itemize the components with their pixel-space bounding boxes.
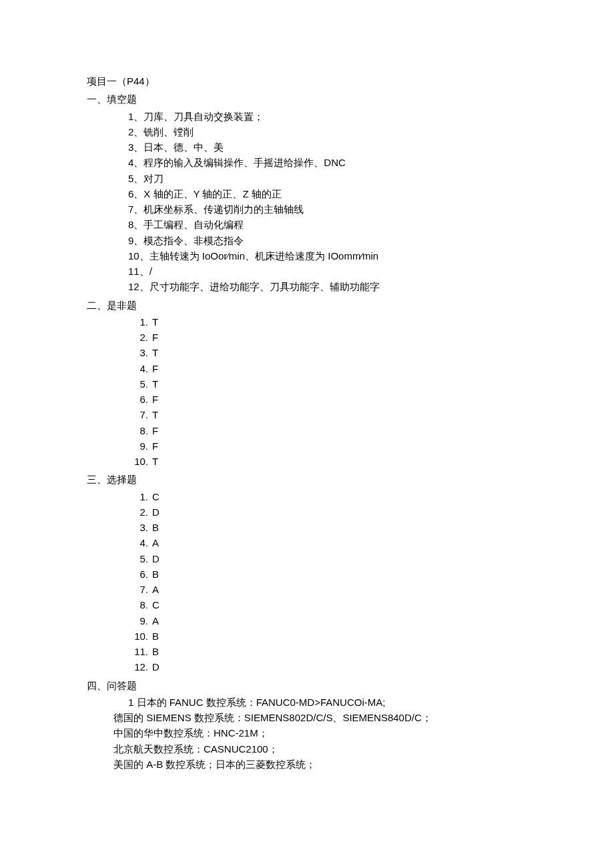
choice-row: 10.B xyxy=(128,628,527,644)
qa-line: 中国的华中数控系统：HNC-21M； xyxy=(87,725,527,741)
tf-row: 3.T xyxy=(128,345,527,360)
fill-item: 1、刀库、刀具自动交换装置； xyxy=(87,109,527,124)
tf-answer: F xyxy=(152,361,527,376)
fill-text: 铣削、镗削 xyxy=(143,126,194,137)
choice-answer: A xyxy=(152,582,527,597)
fill-text: 对刀 xyxy=(143,173,164,184)
project-heading: 项目一（P44） xyxy=(87,73,527,89)
fill-item: 3、日本、德、中、美 xyxy=(87,139,527,155)
choice-answer: A xyxy=(152,613,527,628)
fill-text: 模态指令、非模态指令 xyxy=(143,235,244,246)
tf-answer: F xyxy=(152,392,527,407)
fill-item: 5、对刀 xyxy=(87,171,527,186)
fill-text: 日本、德、中、美 xyxy=(143,141,224,153)
fill-item: 7、机床坐标系、传递切削力的主轴轴线 xyxy=(87,201,527,217)
choice-row: 5.D xyxy=(128,551,527,566)
fill-item: 11、/ xyxy=(87,264,527,279)
choice-list: 1.C 2.D 3.B 4.A 5.D 6.B 7.A 8.C 9.A 10.B… xyxy=(87,489,527,675)
fill-item: 2、铣削、镗削 xyxy=(87,124,527,139)
tf-row: 5.T xyxy=(128,376,527,392)
qa-line: 北京航天数控系统：CASNUC2100； xyxy=(87,741,527,757)
fill-item: 9、模态指令、非模态指令 xyxy=(87,233,527,248)
choice-answer: B xyxy=(152,628,527,644)
choice-answer: D xyxy=(152,551,527,566)
fill-text: 手工编程、自动化编程 xyxy=(143,219,244,230)
choice-answer: C xyxy=(152,597,527,612)
choice-answer: B xyxy=(152,566,527,582)
choice-row: 6.B xyxy=(128,566,527,582)
choice-row: 9.A xyxy=(128,613,527,628)
fill-item: 12、尺寸功能字、进给功能字、刀具功能字、辅助功能字 xyxy=(87,279,527,294)
fill-text: 主轴转速为 IoOor∕min、机床进给速度为 IOomm∕min xyxy=(149,250,378,262)
choice-row: 4.A xyxy=(128,535,527,550)
tf-row: 8.F xyxy=(128,423,527,438)
tf-answer: T xyxy=(152,376,527,392)
fill-text: 程序的输入及编辑操作、手摇进给操作、DNC xyxy=(143,157,346,168)
choice-answer: B xyxy=(152,644,527,659)
choice-row: 2.D xyxy=(128,504,527,520)
qa-line: 1 日本的 FANUC 数控系统：FANUC0-MD>FANUCOi-MA; xyxy=(87,695,527,710)
tf-row: 6.F xyxy=(128,392,527,407)
qa-line: 德国的 SIEMENS 数控系统：SIEMENS802D/C/S、SIEMENS… xyxy=(87,710,527,725)
section-fill-title: 一、填空题 xyxy=(87,91,527,107)
fill-item: 6、X 轴的正、Y 轴的正、Z 轴的正 xyxy=(87,186,527,201)
tf-answer: T xyxy=(152,454,527,469)
choice-row: 12.D xyxy=(128,659,527,675)
choice-answer: D xyxy=(152,504,527,520)
choice-row: 8.C xyxy=(128,597,527,612)
section-truefalse-title: 二、是非题 xyxy=(87,298,527,313)
tf-row: 2.F xyxy=(128,330,527,345)
fill-item: 4、程序的输入及编辑操作、手摇进给操作、DNC xyxy=(87,155,527,170)
tf-answer: F xyxy=(152,423,527,438)
choice-row: 3.B xyxy=(128,520,527,535)
fill-text: 刀库、刀具自动交换装置； xyxy=(143,111,264,122)
choice-row: 7.A xyxy=(128,582,527,597)
tf-row: 7.T xyxy=(128,407,527,422)
tf-row: 4.F xyxy=(128,361,527,376)
tf-row: 9.F xyxy=(128,438,527,454)
section-choice-title: 三、选择题 xyxy=(87,472,527,487)
tf-answer: T xyxy=(152,345,527,360)
tf-row: 10.T xyxy=(128,454,527,469)
qa-line: 美国的 A-B 数控系统；日本的三菱数控系统； xyxy=(87,757,527,772)
fill-text: 尺寸功能字、进给功能字、刀具功能字、辅助功能字 xyxy=(149,281,380,292)
fill-item: 8、手工编程、自动化编程 xyxy=(87,217,527,232)
choice-answer: D xyxy=(152,659,527,675)
tf-answer: T xyxy=(152,407,527,422)
tf-row: 1.T xyxy=(128,314,527,330)
choice-answer: C xyxy=(152,489,527,504)
fill-item: 10、主轴转速为 IoOor∕min、机床进给速度为 IOomm∕min xyxy=(87,248,527,264)
tf-answer: F xyxy=(152,330,527,345)
choice-answer: B xyxy=(152,520,527,535)
fill-text: 机床坐标系、传递切削力的主轴轴线 xyxy=(143,203,304,215)
tf-answer: F xyxy=(152,438,527,454)
choice-row: 11.B xyxy=(128,644,527,659)
fill-text: / xyxy=(149,266,152,277)
truefalse-list: 1.T 2.F 3.T 4.F 5.T 6.F 7.T 8.F 9.F 10.T xyxy=(87,314,527,470)
choice-answer: A xyxy=(152,535,527,550)
fill-text: X 轴的正、Y 轴的正、Z 轴的正 xyxy=(143,188,281,199)
section-qa-title: 四、问答题 xyxy=(87,678,527,693)
tf-answer: T xyxy=(152,314,527,330)
choice-row: 1.C xyxy=(128,489,527,504)
